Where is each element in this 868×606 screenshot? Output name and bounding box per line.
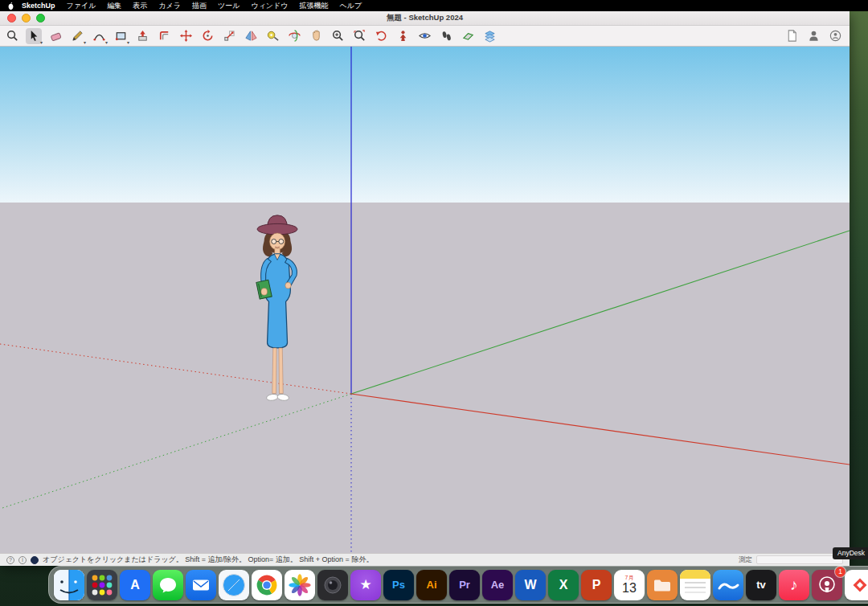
apple-logo-icon[interactable] (5, 2, 16, 10)
menu-item-file[interactable]: ファイル (61, 1, 102, 11)
modeling-viewport[interactable] (0, 47, 850, 553)
previous-view-tool[interactable] (373, 28, 389, 44)
dock-app-finder[interactable] (54, 570, 84, 600)
drawing-axes (0, 47, 850, 553)
dock-app-imovie[interactable]: ★ (350, 570, 381, 600)
move-tool[interactable] (178, 28, 194, 44)
styles-tool[interactable] (481, 28, 497, 44)
dock-app-word[interactable]: W (515, 570, 546, 600)
status-bar: ?iオブジェクトをクリックまたはドラッグ。 Shift = 追加/除外。 Opt… (0, 553, 850, 566)
toolbar: ▾▾▾▾ (0, 26, 850, 47)
menu-item-extensions[interactable]: 拡張機能 (293, 1, 334, 11)
dock-app-anydesk[interactable] (845, 570, 868, 600)
measurement-input[interactable] (756, 555, 843, 564)
measurement-label: 測定 (739, 555, 752, 565)
dock-app-notes[interactable] (680, 570, 710, 600)
scale-figure (240, 210, 317, 407)
zoom-tool[interactable] (330, 28, 346, 44)
minimize-button[interactable] (22, 14, 31, 23)
push-pull-tool[interactable] (134, 28, 150, 44)
pan-tool[interactable] (308, 28, 324, 44)
menu-item-view[interactable]: 表示 (127, 1, 153, 11)
dock-app-powerpoint[interactable]: P (581, 570, 612, 600)
help-button[interactable] (827, 28, 843, 44)
tape-measure-tool[interactable] (264, 28, 280, 44)
dock-app-photos[interactable] (285, 570, 315, 600)
dock-app-app-store[interactable]: A (120, 570, 150, 600)
eraser-tool[interactable] (47, 28, 63, 44)
dock-app-safari[interactable] (219, 570, 249, 600)
dock-app-premiere[interactable]: Pr (449, 570, 480, 600)
dock-app-calendar[interactable]: 7月13 (614, 570, 645, 600)
sketchup-window: 無題 - SketchUp 2024 ▾▾▾▾ (0, 11, 850, 566)
title-bar[interactable]: 無題 - SketchUp 2024 (0, 11, 850, 26)
dock-app-photoshop[interactable]: Ps (383, 570, 414, 600)
close-button[interactable] (7, 14, 16, 23)
status-hint: オブジェクトをクリックまたはドラッグ。 Shift = 追加/除外。 Optio… (43, 555, 373, 565)
dock-app-excel[interactable]: X (548, 570, 579, 600)
context-icon[interactable] (31, 556, 39, 564)
dock: A★PsAiPrAeWXP7月13tv♪1 (48, 566, 868, 604)
flip-tool[interactable] (243, 28, 259, 44)
dock-app-messages[interactable] (153, 570, 183, 600)
panels-button[interactable] (784, 28, 800, 44)
dock-app-weather[interactable] (713, 570, 743, 600)
dock-app-music[interactable]: ♪ (779, 570, 809, 600)
offset-tool[interactable] (156, 28, 172, 44)
dock-app-podcasts[interactable]: 1 (812, 570, 842, 600)
menu-item-sketchup[interactable]: SketchUp (16, 2, 61, 10)
look-around-tool[interactable] (416, 28, 432, 44)
arc-tool[interactable]: ▾ (91, 28, 107, 44)
dock-app-files[interactable] (647, 570, 678, 600)
menu-bar: SketchUp ファイル 編集 表示 カメラ 描画 ツール ウィンドウ 拡張機… (0, 0, 868, 11)
window-title: 無題 - SketchUp 2024 (387, 13, 463, 23)
dock-app-camera[interactable] (317, 570, 348, 600)
line-tool[interactable]: ▾ (69, 28, 85, 44)
dock-app-illustrator[interactable]: Ai (416, 570, 447, 600)
section-plane-tool[interactable] (460, 28, 476, 44)
rotate-tool[interactable] (199, 28, 215, 44)
menu-item-edit[interactable]: 編集 (101, 1, 127, 11)
dock-app-apple-tv[interactable]: tv (746, 570, 776, 600)
search-tool[interactable] (4, 28, 20, 44)
walk-tool[interactable] (438, 28, 454, 44)
select-tool[interactable]: ▾ (26, 28, 42, 44)
shapes-tool[interactable]: ▾ (113, 28, 129, 44)
account-button[interactable] (805, 28, 821, 44)
menu-item-draw[interactable]: 描画 (186, 1, 212, 11)
dock-app-chrome[interactable] (252, 570, 282, 600)
dock-app-after-effects[interactable]: Ae (482, 570, 513, 600)
dock-app-mail[interactable] (186, 570, 216, 600)
info-icon[interactable]: i (18, 556, 27, 564)
calendar-face: 7月13 (614, 570, 645, 600)
position-camera-tool[interactable] (395, 28, 411, 44)
zoom-button[interactable] (36, 14, 45, 23)
zoom-extents-tool[interactable] (351, 28, 367, 44)
menu-item-tools[interactable]: ツール (212, 1, 245, 11)
scale-tool[interactable] (221, 28, 237, 44)
menu-item-window[interactable]: ウィンドウ (245, 1, 293, 11)
menu-item-help[interactable]: ヘルプ (334, 1, 367, 11)
help-icon[interactable]: ? (6, 556, 14, 564)
orbit-tool[interactable] (286, 28, 302, 44)
menu-item-camera[interactable]: カメラ (153, 1, 186, 11)
calendar-month: 7月 (625, 575, 634, 581)
calendar-day: 13 (622, 581, 637, 595)
anydesk-tooltip: AnyDesk (833, 547, 868, 559)
dock-app-launchpad[interactable] (87, 570, 117, 600)
